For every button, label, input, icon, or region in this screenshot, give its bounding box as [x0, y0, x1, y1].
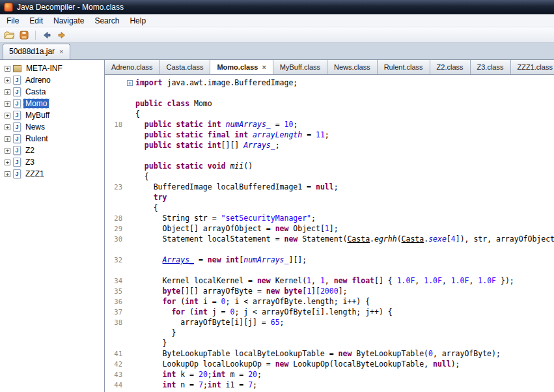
- open-folder-icon[interactable]: [3, 29, 15, 41]
- code-token: ]), str, arrayOfObject);: [456, 234, 554, 244]
- tab-news-class[interactable]: News.class: [327, 60, 378, 74]
- forward-icon[interactable]: [56, 29, 68, 41]
- code-token: ByteLookupTable(: [352, 349, 428, 358]
- code-token: [135, 297, 163, 306]
- code-text: public static int numArrays_ = 10;: [135, 119, 298, 130]
- tree-item-label: Rulent: [23, 134, 50, 143]
- tree-item-news[interactable]: +JNews: [0, 121, 104, 133]
- code-text: }: [135, 338, 167, 348]
- title-bar: Java Decompiler - Momo.class: [0, 0, 554, 14]
- code-token: 10: [284, 120, 294, 129]
- tree-item-z3[interactable]: +JZ3: [0, 156, 104, 168]
- tree-item-rulent[interactable]: +JRulent: [0, 133, 104, 145]
- code-token: int: [185, 297, 199, 306]
- code-token: null: [433, 359, 451, 369]
- line-number: 41: [105, 348, 124, 359]
- code-line: 38 arrayOfByte[i][j] = 65;: [105, 317, 554, 328]
- class-tab-label: Adreno.class: [111, 63, 153, 71]
- tab-casta-class[interactable]: Casta.class: [160, 60, 211, 74]
- expand-icon[interactable]: +: [5, 113, 10, 119]
- code-token: new byte: [266, 287, 302, 296]
- back-icon[interactable]: [41, 29, 53, 41]
- close-icon[interactable]: ×: [262, 64, 266, 70]
- code-token: ,: [469, 276, 478, 285]
- tab-momo-class[interactable]: Momo.class×: [210, 60, 273, 74]
- menu-item-file[interactable]: File: [1, 15, 24, 27]
- menu-item-help[interactable]: Help: [124, 15, 151, 27]
- code-token: arrayOfByte[i][j] =: [135, 318, 271, 327]
- tab-mybuff-class[interactable]: MyBuff.class: [273, 60, 327, 74]
- code-token: ;: [280, 318, 284, 327]
- expand-icon[interactable]: +: [5, 101, 10, 107]
- line-number: 35: [105, 286, 124, 296]
- tree-item-adreno[interactable]: +JAdreno: [0, 74, 104, 86]
- code-line: {: [105, 203, 554, 213]
- menu-item-navigate[interactable]: Navigate: [48, 15, 89, 27]
- code-line: }: [105, 338, 554, 348]
- tree-item-momo[interactable]: +JMomo: [0, 98, 104, 109]
- line-number: 42: [105, 359, 124, 369]
- tree-item-meta-inf[interactable]: +META-INF: [0, 63, 104, 74]
- tab-rulent-class[interactable]: Rulent.class: [378, 60, 430, 74]
- menu-item-edit[interactable]: Edit: [24, 15, 48, 27]
- tab-zzz1-class[interactable]: ZZZ1.class: [511, 60, 554, 74]
- code-text: {: [135, 109, 140, 119]
- line-number: 23: [105, 182, 124, 192]
- tree-item-zzz1[interactable]: +JZZZ1: [0, 168, 104, 180]
- code-token: 20: [248, 370, 257, 379]
- jar-tab-50d88d1a-jar[interactable]: 50d88d1a.jar×: [3, 44, 70, 59]
- code-token: [135, 370, 163, 379]
- class-link[interactable]: Casta: [347, 234, 370, 244]
- code-line: public static final int arrayLength = 11…: [105, 130, 554, 140]
- code-token: public static final int: [145, 130, 248, 139]
- expand-icon[interactable]: +: [5, 136, 10, 142]
- tree-item-casta[interactable]: +JCasta: [0, 86, 104, 98]
- class-link[interactable]: Casta: [402, 234, 424, 244]
- expand-icon[interactable]: +: [5, 171, 10, 177]
- expand-icon[interactable]: +: [5, 148, 10, 154]
- code-text: LookupOp localLookupOp = new LookupOp(lo…: [135, 359, 460, 369]
- tab-z3-class[interactable]: Z3.class: [471, 60, 511, 74]
- code-token: [][] arrayOfByte =: [180, 287, 266, 296]
- code-token: Statement localStatement =: [135, 234, 284, 244]
- menu-item-search[interactable]: Search: [89, 15, 124, 27]
- close-icon[interactable]: ×: [59, 48, 63, 55]
- expand-icon[interactable]: +: [5, 77, 10, 83]
- code-token: ;: [325, 130, 329, 139]
- tab-z2-class[interactable]: Z2.class: [430, 60, 471, 74]
- expand-icon[interactable]: +: [5, 160, 10, 165]
- save-all-sources-icon[interactable]: [18, 29, 30, 41]
- code-text: int k = 20;int m = 20;: [135, 369, 262, 380]
- code-token: [221, 120, 226, 129]
- tree-item-mybuff[interactable]: +JMyBuff: [0, 109, 104, 121]
- expand-icon[interactable]: +: [5, 89, 10, 95]
- expand-icon[interactable]: +: [5, 66, 10, 72]
- class-link[interactable]: Arrays_: [163, 255, 194, 264]
- package-tree: +META-INF+JAdreno+JCasta+JMomo+JMyBuff+J…: [0, 60, 105, 392]
- code-token: new: [284, 234, 298, 244]
- class-file-icon: J: [13, 87, 21, 96]
- class-file-icon: J: [13, 111, 21, 120]
- code-token: Momo: [189, 99, 212, 108]
- code-text: public static int[][] Arrays_;: [135, 140, 280, 150]
- code-token: 1.0F: [397, 276, 415, 285]
- tree-item-label: Z3: [23, 158, 36, 167]
- fold-toggle-icon[interactable]: +: [127, 80, 133, 86]
- code-token: , arrayOfByte);: [433, 349, 501, 358]
- code-line: 32 Arrays_ = new int[numArrays_][];: [105, 255, 554, 265]
- class-tab-label: Casta.class: [167, 63, 204, 71]
- code-token: ; i < arrayOfByte.length; i++) {: [226, 297, 370, 306]
- code-token: public class: [135, 99, 189, 108]
- expand-icon[interactable]: +: [5, 124, 10, 130]
- code-token: import: [135, 78, 163, 87]
- code-line: 42 LookupOp localLookupOp = new LookupOp…: [105, 359, 554, 369]
- tree-item-z2[interactable]: +JZ2: [0, 145, 104, 156]
- tab-adreno-class[interactable]: Adreno.class: [105, 60, 160, 74]
- code-text: {: [135, 203, 158, 213]
- line-number: 37: [105, 307, 124, 317]
- code-token: int: [163, 380, 176, 389]
- code-editor[interactable]: +import java.awt.image.BufferedImage;pub…: [105, 75, 554, 392]
- app-window: Java Decompiler - Momo.class FileEditNav…: [0, 0, 554, 392]
- toolbar-separator: [35, 31, 36, 40]
- code-token: new: [339, 349, 352, 358]
